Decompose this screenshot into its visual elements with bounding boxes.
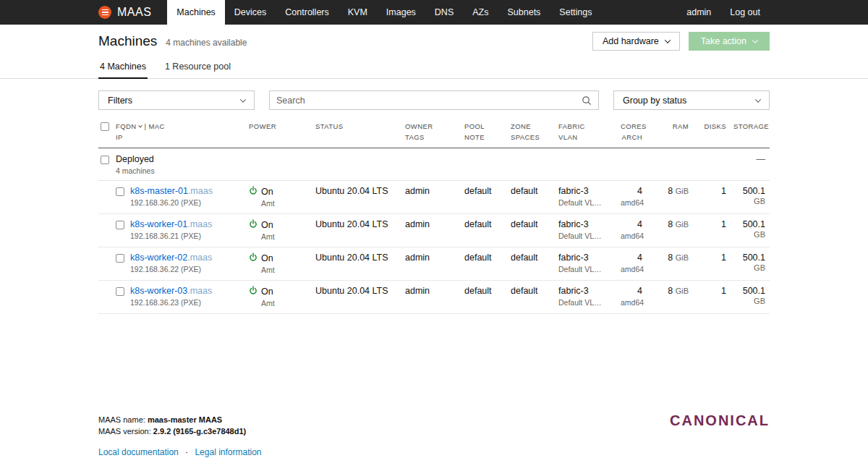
take-action-button[interactable]: Take action (689, 32, 770, 51)
canonical-logo: CANONICAL (670, 412, 770, 429)
nav-azs[interactable]: AZs (463, 0, 498, 25)
power-state: On (261, 253, 273, 263)
nav-controllers[interactable]: Controllers (276, 0, 338, 25)
machine-pool: default (464, 219, 511, 241)
select-all-checkbox[interactable] (101, 122, 109, 131)
machine-disks: 1 (700, 186, 733, 208)
machine-link[interactable]: k8s-worker-02.maas (130, 253, 212, 263)
machine-vlan: Default VL… (558, 298, 621, 307)
search-input[interactable] (276, 96, 582, 106)
col-fqdn[interactable]: FQDN| MAC IP (116, 121, 249, 143)
nav-user[interactable]: admin (677, 0, 720, 25)
nav-kvm[interactable]: KVM (339, 0, 377, 25)
machine-storage: 500.1 GB (733, 253, 770, 274)
machines-available-count: 4 machines available (166, 38, 247, 48)
power-on-icon (249, 253, 258, 263)
machine-cores: 4 amd64 (621, 253, 655, 274)
col-disks[interactable]: DISKS (700, 121, 733, 143)
nav-images[interactable]: Images (377, 0, 425, 25)
power-type: Amt (261, 266, 315, 274)
nav-subnets[interactable]: Subnets (498, 0, 550, 25)
maas-brand[interactable]: MAAS (98, 0, 151, 25)
machine-link[interactable]: k8s-master-01.maas (130, 186, 213, 196)
chevron-down-icon (752, 37, 758, 43)
view-tabs: 4 Machines 1 Resource pool (98, 56, 770, 78)
local-documentation-link[interactable]: Local documentation (98, 447, 179, 457)
nav-devices[interactable]: Devices (225, 0, 276, 25)
toolbar: Filters Group by status (98, 90, 770, 110)
machine-ip: 192.168.36.21 (PXE) (130, 232, 212, 240)
power-state: On (261, 220, 273, 230)
tab-resource-pool[interactable]: 1 Resource pool (163, 56, 232, 79)
nav-settings[interactable]: Settings (550, 0, 601, 25)
machine-rows: k8s-master-01.maas 192.168.36.20 (PXE) O… (98, 181, 770, 314)
machine-domain: .maas (187, 286, 212, 296)
machine-vlan: Default VL… (558, 232, 621, 240)
row-checkbox[interactable] (116, 254, 124, 263)
machine-pool: default (464, 286, 511, 308)
add-hardware-button[interactable]: Add hardware (592, 32, 680, 51)
col-fabric[interactable]: FABRIC VLAN (558, 121, 621, 143)
machine-disks: 1 (700, 286, 733, 308)
machine-owner: admin (405, 253, 464, 274)
maas-version-line: MAAS version: 2.9.2 (9165-g.c3e7848d1) (98, 427, 770, 436)
search-box (269, 90, 599, 110)
nav-user-area: admin Log out (677, 0, 770, 25)
machine-status: Ubuntu 20.04 LTS (315, 219, 405, 241)
nav-machines[interactable]: Machines (167, 0, 225, 25)
col-cores[interactable]: CORES ARCH (621, 121, 655, 143)
nav-logout[interactable]: Log out (720, 0, 770, 25)
machine-arch: amd64 (621, 265, 642, 273)
page: MAAS Machines Devices Controllers KVM Im… (0, 0, 868, 458)
col-pool[interactable]: POOL NOTE (464, 121, 511, 143)
table-row: k8s-worker-01.maas 192.168.36.21 (PXE) O… (98, 214, 770, 247)
machine-power: On Amt (249, 253, 315, 274)
machine-domain: .maas (188, 186, 213, 196)
machine-fabric: fabric-3 Default VL… (558, 219, 621, 241)
page-header: Machines 4 machines available Add hardwa… (0, 25, 868, 79)
machine-ram: 8 GiB (655, 186, 700, 208)
machine-storage: 500.1 GB (733, 186, 770, 208)
power-state: On (261, 287, 273, 297)
col-owner[interactable]: OWNER TAGS (405, 121, 464, 143)
filters-dropdown[interactable]: Filters (98, 90, 255, 110)
table-row: k8s-worker-03.maas 192.168.36.23 (PXE) O… (98, 281, 770, 314)
machines-table: FQDN| MAC IP POWER STATUS OWNER TAGS POO… (98, 117, 770, 314)
col-power[interactable]: POWER (249, 121, 315, 143)
machine-pool: default (464, 186, 511, 208)
chevron-down-icon (665, 37, 671, 43)
row-checkbox[interactable] (116, 287, 124, 296)
primary-nav: Machines Devices Controllers KVM Images … (167, 0, 601, 25)
brand-name: MAAS (117, 6, 151, 19)
row-checkbox[interactable] (116, 221, 124, 229)
group-by-dropdown[interactable]: Group by status (613, 90, 770, 110)
machine-pool: default (464, 253, 511, 274)
machine-ip: 192.168.36.22 (PXE) (130, 265, 212, 273)
col-status[interactable]: STATUS (315, 121, 405, 143)
col-storage[interactable]: STORAGE (733, 121, 770, 143)
machine-arch: amd64 (621, 198, 642, 207)
nav-dns[interactable]: DNS (425, 0, 463, 25)
row-checkbox[interactable] (116, 187, 124, 196)
power-type: Amt (261, 299, 315, 308)
maas-name-line: MAAS name: maas-master MAAS (98, 415, 770, 424)
link-separator: · (185, 447, 188, 457)
machine-link[interactable]: k8s-worker-03.maas (130, 286, 212, 296)
page-title: Machines (98, 33, 157, 49)
machine-zone: default (511, 186, 558, 208)
group-storage-placeholder: — (733, 154, 770, 175)
col-ram[interactable]: RAM (655, 121, 700, 143)
machine-link[interactable]: k8s-worker-01.maas (130, 219, 212, 229)
machine-status: Ubuntu 20.04 LTS (315, 253, 405, 274)
machine-ram: 8 GiB (655, 219, 700, 241)
sort-chevron-icon (138, 124, 142, 128)
machine-fabric: fabric-3 Default VL… (558, 186, 621, 208)
machine-zone: default (511, 253, 558, 274)
legal-information-link[interactable]: Legal information (195, 447, 261, 457)
col-zone[interactable]: ZONE SPACES (511, 121, 558, 143)
search-icon[interactable] (582, 96, 592, 106)
machine-cores: 4 amd64 (621, 219, 655, 241)
machine-power: On Amt (249, 219, 315, 241)
group-select-checkbox[interactable] (101, 156, 109, 164)
tab-machines[interactable]: 4 Machines (98, 56, 148, 79)
